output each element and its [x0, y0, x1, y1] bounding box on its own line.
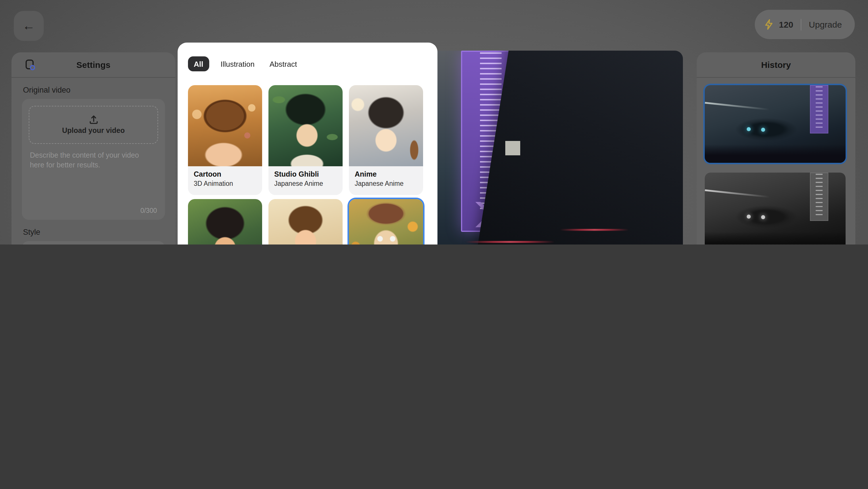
original-video-label: Original video	[23, 86, 175, 94]
back-arrow-icon: ←	[23, 19, 35, 33]
description-placeholder: Describe the content of your video here …	[30, 151, 153, 170]
tab-abstract[interactable]: Abstract	[270, 60, 297, 68]
history-panel: History 17% Generation will be done in a	[697, 52, 855, 244]
billboard	[505, 141, 520, 155]
settings-panel: Settings Original video Upload your vide…	[11, 52, 175, 244]
upload-icon	[89, 115, 98, 124]
upload-label: Upload your video	[62, 126, 125, 135]
style-card-comics[interactable]: Comics American 1950s	[269, 199, 343, 244]
style-selector[interactable]: Anime Style Studio Ghibli Style ❯	[22, 241, 165, 244]
history-item-selected[interactable]	[705, 85, 845, 163]
settings-header: Settings	[11, 52, 175, 78]
style-image	[269, 85, 343, 166]
building-silhouette	[473, 51, 683, 244]
credits-upgrade-pill: 120 Upgrade	[755, 10, 855, 39]
history-header: History	[697, 52, 855, 78]
tab-all[interactable]: All	[188, 56, 209, 71]
video-description-field[interactable]: Upload your video Describe the content o…	[22, 99, 165, 220]
tab-illustration[interactable]: Illustration	[220, 60, 255, 68]
history-title: History	[761, 60, 791, 69]
upload-dropzone[interactable]: Upload your video	[29, 106, 158, 144]
char-counter: 0/300	[140, 207, 157, 214]
style-label: Style	[23, 228, 175, 236]
style-image	[349, 199, 423, 244]
lightning-bolt-icon	[764, 19, 774, 30]
history-item[interactable]	[705, 173, 845, 244]
style-card-cartoon[interactable]: Cartoon 3D Animation	[188, 85, 262, 195]
upgrade-button[interactable]: Upgrade	[809, 20, 842, 29]
neon-streak	[560, 229, 628, 230]
style-tabs: All Illustration Abstract	[188, 56, 427, 71]
style-image	[188, 85, 262, 166]
style-image	[349, 85, 423, 166]
style-image	[269, 199, 343, 244]
credits-count: 120	[779, 20, 793, 29]
neon-streak	[466, 241, 555, 243]
style-card-anime[interactable]: Anime Japanese Anime	[349, 85, 423, 195]
style-image	[188, 199, 262, 244]
style-grid-viewport: Cartoon 3D Animation Studio Ghibli Japan…	[178, 85, 437, 244]
style-grid: Cartoon 3D Animation Studio Ghibli Japan…	[178, 85, 437, 244]
back-button[interactable]: ←	[14, 11, 44, 41]
style-card-studio-ghibli[interactable]: Studio Ghibli Japanese Anime	[269, 85, 343, 195]
style-card-pixart[interactable]: Pixart 8-bit pixel	[188, 199, 262, 244]
device-logo-icon	[25, 59, 36, 71]
style-picker-modal: All Illustration Abstract Cartoon 3D Ani…	[178, 42, 437, 244]
settings-title: Settings	[76, 60, 111, 69]
divider	[801, 19, 801, 30]
style-card-claymation-selected[interactable]: Claymation Stop motion	[349, 199, 423, 244]
app-root: ← 120 Upgrade Settings Original video Up…	[0, 0, 868, 244]
